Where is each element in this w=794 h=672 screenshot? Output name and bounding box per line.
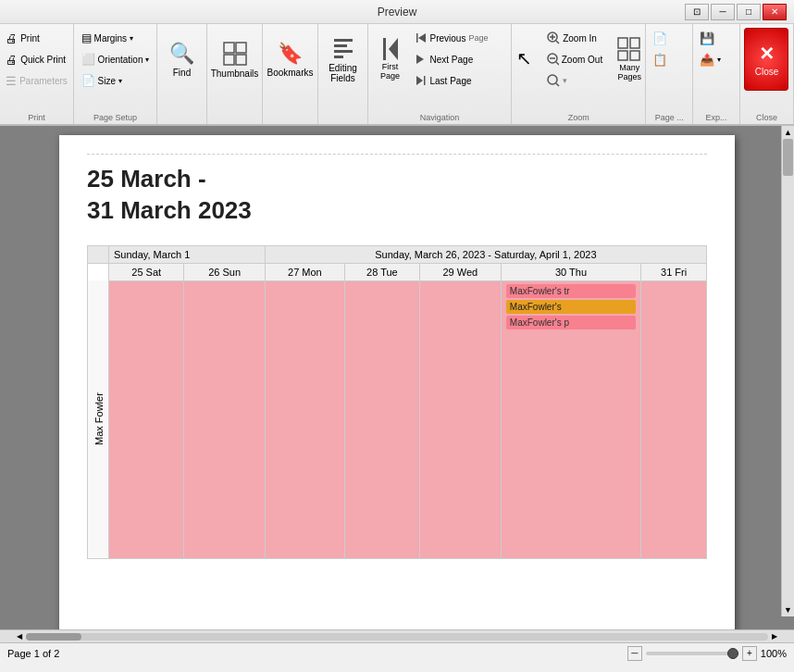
export-btn-2[interactable]: 📤 ▾ xyxy=(696,49,737,69)
zoom-group-label: Zoom xyxy=(512,113,645,122)
cal-cell-tue xyxy=(345,280,420,558)
scroll-left-arrow[interactable]: ◀ xyxy=(13,630,26,643)
svg-marker-14 xyxy=(416,76,423,85)
hscroll-thumb[interactable] xyxy=(26,633,81,641)
close-group-content: ✕ Close xyxy=(744,28,788,122)
svg-marker-9 xyxy=(389,38,398,60)
close-window-button[interactable]: ✕ xyxy=(763,4,787,20)
close-preview-button[interactable]: ✕ Close xyxy=(744,28,788,91)
last-page-button[interactable]: Last Page xyxy=(410,70,507,91)
svg-rect-1 xyxy=(236,43,246,53)
parameters-button[interactable]: ☰ Parameters xyxy=(2,70,71,91)
select-tool-button[interactable]: ↖ xyxy=(507,28,540,91)
navigation-group-label: Navigation xyxy=(368,113,511,122)
orientation-icon: ⬜ xyxy=(81,53,95,66)
page-icon-2: 📋 xyxy=(652,53,667,67)
event-chip-3: MaxFowler's p xyxy=(506,316,636,330)
ribbon-group-bookmarks: 🔖 Bookmarks xyxy=(263,24,318,124)
quick-print-button[interactable]: 🖨 Quick Print xyxy=(2,49,71,69)
cal-cell-sun xyxy=(184,280,265,558)
svg-rect-13 xyxy=(424,76,426,85)
export-group-label: Exp... xyxy=(693,113,739,122)
status-bar: Page 1 of 2 ─ + 100% xyxy=(0,642,794,663)
zoom-in-icon xyxy=(547,31,560,44)
ribbon-group-print: 🖨 Print 🖨 Quick Print ☰ Parameters Print xyxy=(0,24,74,124)
first-page-icon xyxy=(381,38,400,60)
page-btn-1[interactable]: 📄 xyxy=(649,28,689,48)
ribbon-group-close: ✕ Close Close xyxy=(740,24,794,124)
print-group-content: 🖨 Print 🖨 Quick Print ☰ Parameters xyxy=(2,28,71,122)
margins-dropdown-icon: ▾ xyxy=(130,34,133,43)
svg-rect-2 xyxy=(224,55,234,65)
first-page-button[interactable]: FirstPage xyxy=(373,28,408,91)
cal-cell-fri xyxy=(641,280,707,558)
zoom-in-button[interactable]: Zoom In xyxy=(542,28,607,48)
ribbon-group-zoom: ↖ Zoom In xyxy=(512,24,646,124)
scroll-right-arrow[interactable]: ▶ xyxy=(768,630,781,643)
svg-rect-25 xyxy=(630,38,639,48)
cal-cell-wed xyxy=(419,280,501,558)
find-group-content: 🔍 Find xyxy=(162,28,203,122)
restore-button[interactable]: ⊡ xyxy=(685,4,709,20)
ribbon-group-page: 📄 📋 Page ... xyxy=(646,24,693,124)
page-btn-2[interactable]: 📋 xyxy=(649,49,689,69)
zoom-options-button[interactable]: ▾ xyxy=(542,70,607,91)
ribbon-group-find: 🔍 Find xyxy=(157,24,207,124)
page-setup-group-content: ▤ Margins ▾ ⬜ Orientation ▾ 📄 Size ▾ xyxy=(78,28,154,122)
zoom-out-icon xyxy=(547,53,559,66)
calendar-main-header: Sunday, March 1 Sunday, March 26, 2023 -… xyxy=(88,245,707,263)
svg-marker-10 xyxy=(418,33,426,43)
svg-rect-7 xyxy=(334,56,343,58)
print-button[interactable]: 🖨 Print xyxy=(2,28,71,48)
editing-fields-icon xyxy=(332,35,354,61)
orientation-button[interactable]: ⬜ Orientation ▾ xyxy=(78,49,154,69)
zoom-slider[interactable] xyxy=(646,652,738,655)
previous-page-button[interactable]: Previous Page xyxy=(410,28,507,48)
maximize-button[interactable]: □ xyxy=(737,4,761,20)
find-button[interactable]: 🔍 Find xyxy=(162,28,203,91)
calendar-table: Sunday, March 1 Sunday, March 26, 2023 -… xyxy=(87,245,707,559)
cursor-icon: ↖ xyxy=(516,49,532,68)
cal-day-corner xyxy=(88,263,109,280)
params-icon: ☰ xyxy=(6,74,17,88)
svg-rect-8 xyxy=(383,38,386,60)
thumbnails-button[interactable]: Thumbnails xyxy=(211,28,259,91)
prev-page-icon xyxy=(415,31,428,44)
scroll-up-arrow[interactable]: ▲ xyxy=(782,126,795,139)
size-button[interactable]: 📄 Size ▾ xyxy=(78,70,154,91)
page-info: Page 1 of 2 xyxy=(7,648,59,659)
vscroll-thumb[interactable] xyxy=(783,139,793,176)
svg-rect-24 xyxy=(618,38,627,48)
svg-rect-26 xyxy=(618,51,627,60)
zoom-level: 100% xyxy=(761,648,787,659)
svg-rect-6 xyxy=(334,50,353,53)
cal-header-right: Sunday, March 26, 2023 - Saturday, April… xyxy=(265,245,706,263)
zoom-out-button[interactable]: Zoom Out xyxy=(542,49,607,69)
page-setup-group-label: Page Setup xyxy=(74,113,156,122)
zoom-out-status-button[interactable]: ─ xyxy=(627,646,642,661)
ribbon: 🖨 Print 🖨 Quick Print ☰ Parameters Print… xyxy=(0,24,794,126)
vertical-scrollbar[interactable]: ▲ ▼ xyxy=(781,126,794,616)
ribbon-group-page-setup: ▤ Margins ▾ ⬜ Orientation ▾ 📄 Size ▾ Pag… xyxy=(74,24,157,124)
next-page-button[interactable]: Next Page xyxy=(410,49,507,69)
export-icon-1: 💾 xyxy=(700,31,714,45)
window-controls: ⊡ ─ □ ✕ xyxy=(685,4,787,20)
page-title: 25 March - 31 March 2023 xyxy=(87,164,707,227)
minimize-button[interactable]: ─ xyxy=(711,4,735,20)
zoom-in-status-button[interactable]: + xyxy=(742,646,757,661)
zoom-slider-thumb[interactable] xyxy=(727,648,738,659)
export-btn-1[interactable]: 💾 xyxy=(696,28,737,48)
cal-day-2: 27 Mon xyxy=(265,263,344,280)
margins-button[interactable]: ▤ Margins ▾ xyxy=(78,28,154,48)
bookmarks-button[interactable]: 🔖 Bookmarks xyxy=(267,28,315,91)
export-group-content: 💾 📤 ▾ xyxy=(696,28,737,122)
calendar-day-headers: 25 Sat 26 Sun 27 Mon 28 Tue 29 Wed 30 Th… xyxy=(88,263,707,280)
nav-prev-next-col: Previous Page Next Page Last Page xyxy=(410,28,507,91)
size-icon: 📄 xyxy=(81,74,95,87)
svg-rect-0 xyxy=(224,43,234,53)
horizontal-scrollbar[interactable]: ◀ ▶ xyxy=(0,629,794,642)
svg-rect-11 xyxy=(416,33,418,43)
many-pages-button[interactable]: Many Pages xyxy=(609,28,650,91)
scroll-down-arrow[interactable]: ▼ xyxy=(782,604,795,616)
editing-fields-button[interactable]: Editing Fields xyxy=(322,28,365,91)
